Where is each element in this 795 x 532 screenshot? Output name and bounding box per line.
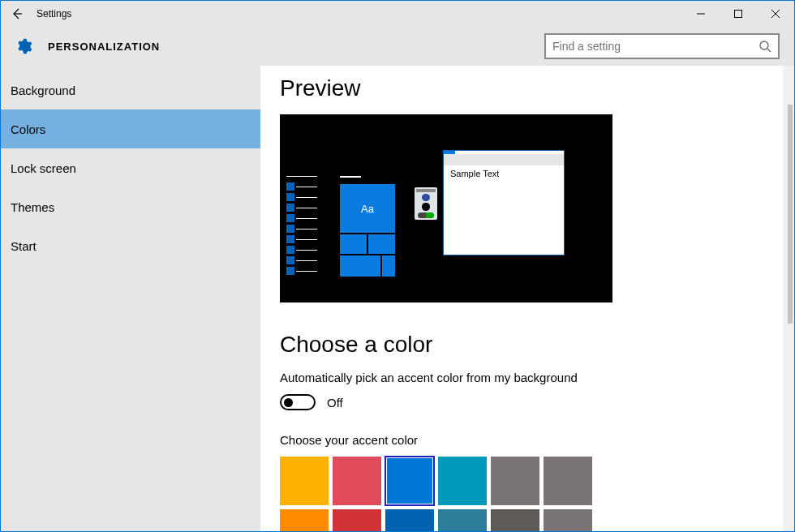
- maximize-icon: [734, 10, 742, 18]
- accent-swatch[interactable]: [385, 457, 434, 505]
- search-icon: [758, 40, 771, 53]
- accent-swatch[interactable]: [438, 509, 487, 531]
- content-area: Preview: [260, 66, 783, 531]
- preview-sample-window: Sample Text: [443, 150, 565, 255]
- toggle-knob: [284, 398, 293, 407]
- preview-sample-text: Sample Text: [444, 165, 564, 182]
- sidebar-item-colors[interactable]: Colors: [1, 109, 260, 148]
- auto-pick-label: Automatically pick an accent color from …: [280, 371, 763, 384]
- accent-swatch-grid: [280, 457, 604, 531]
- svg-point-5: [760, 41, 768, 49]
- search-box[interactable]: [544, 33, 780, 59]
- accent-swatch[interactable]: [438, 457, 487, 505]
- minimize-button[interactable]: [682, 1, 720, 27]
- accent-swatch[interactable]: [385, 509, 434, 531]
- accent-swatch[interactable]: [491, 509, 539, 531]
- sidebar-item-label: Background: [11, 84, 75, 97]
- accent-swatch[interactable]: [333, 509, 381, 531]
- accent-swatch[interactable]: [280, 457, 329, 505]
- svg-line-6: [767, 49, 771, 52]
- settings-home-button[interactable]: [14, 36, 33, 56]
- back-button[interactable]: [1, 1, 33, 27]
- scrollbar[interactable]: [783, 66, 794, 531]
- breadcrumb: PERSONALIZATION: [48, 41, 160, 53]
- sidebar-item-label: Colors: [11, 122, 45, 136]
- preview-heading: Preview: [280, 75, 763, 101]
- preview-taskbar-thumbnail: [415, 187, 437, 220]
- sidebar-item-themes[interactable]: Themes: [1, 187, 260, 226]
- auto-pick-state: Off: [327, 396, 343, 410]
- scrollbar-thumb[interactable]: [788, 105, 793, 324]
- sidebar-item-label: Themes: [11, 200, 54, 214]
- window-title: Settings: [33, 8, 71, 19]
- gear-icon: [15, 37, 32, 55]
- accent-swatch[interactable]: [333, 457, 381, 505]
- close-icon: [771, 10, 780, 18]
- preview-start-tiles: Aa: [340, 176, 405, 277]
- titlebar: Settings: [1, 1, 794, 27]
- minimize-icon: [697, 10, 705, 18]
- arrow-left-icon: [11, 7, 24, 20]
- choose-color-heading: Choose a color: [280, 332, 763, 358]
- accent-swatch[interactable]: [280, 509, 329, 531]
- sidebar-item-lock-screen[interactable]: Lock screen: [1, 148, 260, 187]
- svg-rect-2: [735, 11, 742, 18]
- preview-tile-large: Aa: [340, 184, 395, 233]
- accent-swatch[interactable]: [491, 457, 539, 505]
- choose-accent-label: Choose your accent color: [280, 433, 763, 447]
- search-input[interactable]: [552, 40, 758, 53]
- accent-swatch[interactable]: [544, 509, 592, 531]
- preview-pane: Aa Sample Text: [280, 114, 612, 302]
- preview-start-list: [286, 176, 317, 275]
- maximize-button[interactable]: [720, 1, 757, 27]
- close-button[interactable]: [757, 1, 794, 27]
- accent-swatch[interactable]: [544, 457, 592, 505]
- auto-pick-toggle[interactable]: [280, 394, 316, 410]
- sidebar: BackgroundColorsLock screenThemesStart: [1, 66, 260, 531]
- header: PERSONALIZATION: [1, 27, 794, 66]
- sidebar-item-start[interactable]: Start: [1, 226, 260, 265]
- sidebar-item-label: Start: [11, 239, 37, 253]
- sidebar-item-background[interactable]: Background: [1, 71, 260, 109]
- sidebar-item-label: Lock screen: [11, 161, 76, 175]
